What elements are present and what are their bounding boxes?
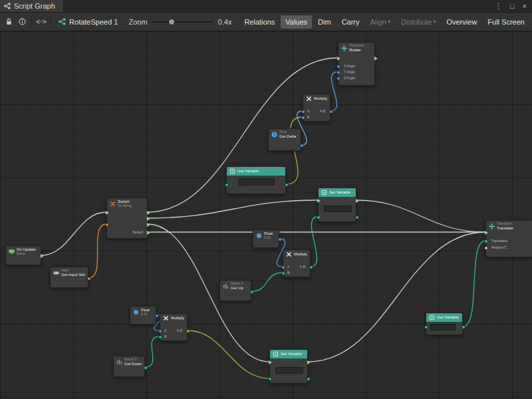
port-val[interactable] xyxy=(317,215,321,219)
port-b[interactable] xyxy=(158,335,162,339)
node-set-variable-top[interactable]: Set Variable xyxy=(318,188,356,222)
variable-name-field[interactable] xyxy=(430,324,456,331)
node-multiply-bottom[interactable]: MultiplyAA·BB xyxy=(160,313,188,341)
chevron-down-icon: ▾ xyxy=(388,19,390,25)
port-valout[interactable] xyxy=(307,377,311,381)
variable-name-field[interactable] xyxy=(275,367,303,374)
edge-set-variable-top.out-to-translate.in xyxy=(356,200,485,232)
port-valout[interactable] xyxy=(355,215,359,219)
port-out[interactable] xyxy=(278,237,282,241)
port-out[interactable] xyxy=(155,314,159,318)
node-switch[interactable]: SwitchOn StringDefault xyxy=(106,198,148,239)
window-tab[interactable]: Script Graph xyxy=(0,0,64,12)
variable-name-field[interactable] xyxy=(239,178,275,186)
node-translate[interactable]: TransformTranslateTranslationRelative T.… xyxy=(485,220,532,257)
node-float-bottom[interactable]: Float0.01 xyxy=(130,306,156,325)
node-delta-time[interactable]: TimeGet Delta Time xyxy=(268,128,301,151)
toolbar-button-carry[interactable]: Carry xyxy=(337,15,364,29)
port-val[interactable] xyxy=(268,377,272,381)
edge-on-update.out-to-switch.in xyxy=(41,212,106,255)
node-header: Float0.01 xyxy=(253,230,279,241)
port-val[interactable] xyxy=(105,223,109,227)
port-a[interactable] xyxy=(281,265,285,269)
port-in[interactable] xyxy=(106,211,109,215)
switch-icon xyxy=(110,201,116,207)
port-out[interactable] xyxy=(300,144,304,148)
node-title: Get Variable xyxy=(437,315,459,320)
node-get-up[interactable]: Vector 3Get Up xyxy=(219,280,251,301)
port-out[interactable] xyxy=(307,360,311,364)
port-objin[interactable] xyxy=(424,325,428,329)
node-title: Get Up xyxy=(231,286,243,291)
code-icon[interactable]: <·> xyxy=(35,15,47,29)
node-get-variable-top[interactable]: Get Variable xyxy=(226,166,286,194)
port-x[interactable] xyxy=(336,65,340,68)
port-objin[interactable] xyxy=(225,183,229,187)
graph-reference[interactable]: RotateSpeed 1 xyxy=(53,18,123,26)
node-multiply-top[interactable]: MultiplyAA·BB xyxy=(303,94,331,122)
port-trans[interactable] xyxy=(484,239,488,243)
port-in[interactable] xyxy=(317,199,321,203)
port-out[interactable] xyxy=(186,329,190,333)
node-multiply-mid[interactable]: MultiplyAA·BB xyxy=(283,249,311,277)
window-close-icon[interactable]: × xyxy=(523,3,527,10)
node-title: Get Down xyxy=(124,362,142,366)
variable-name-field[interactable] xyxy=(324,205,352,212)
node-get-input[interactable]: InputGet Input Strin... xyxy=(50,267,88,288)
port-out[interactable] xyxy=(374,57,378,61)
port-label: A xyxy=(164,329,166,332)
port-o1[interactable] xyxy=(147,211,150,215)
edge-get-input.out-to-switch.val xyxy=(88,224,106,278)
port-rel[interactable] xyxy=(484,246,488,250)
graph-canvas[interactable]: On UpdateEventInputGet Input Strin...Swi… xyxy=(0,31,532,399)
port-o2[interactable] xyxy=(147,217,150,221)
lock-icon[interactable] xyxy=(3,15,15,29)
port-in[interactable] xyxy=(337,57,340,61)
port-y[interactable] xyxy=(336,70,340,74)
port-out[interactable] xyxy=(309,265,313,269)
port-out[interactable] xyxy=(87,277,91,281)
node-get-down[interactable]: Vector 3Get Down xyxy=(113,356,145,377)
port-out[interactable] xyxy=(329,110,333,114)
port-odef[interactable] xyxy=(147,231,150,235)
port-b[interactable] xyxy=(281,271,285,275)
graph-name: RotateSpeed 1 xyxy=(69,18,118,26)
node-rotate[interactable]: TransformRotateX AngleY AngleZ Angle xyxy=(338,42,375,86)
info-icon[interactable] xyxy=(15,15,28,29)
port-a[interactable] xyxy=(301,110,305,114)
port-in[interactable] xyxy=(485,231,488,235)
toolbar-button-full-screen[interactable]: Full Screen xyxy=(483,15,529,29)
port-b[interactable] xyxy=(301,116,305,120)
toolbar-button-dim[interactable]: Dim xyxy=(313,15,336,29)
port-out[interactable] xyxy=(250,290,254,294)
port-out[interactable] xyxy=(462,325,466,329)
zoom-slider[interactable] xyxy=(152,21,213,23)
port-out[interactable] xyxy=(144,366,148,370)
port-in[interactable] xyxy=(269,360,272,364)
node-title: Rotate xyxy=(349,48,364,53)
port-z[interactable] xyxy=(336,76,340,80)
port-label: A·B xyxy=(177,329,182,332)
port-a[interactable] xyxy=(158,329,162,333)
port-out[interactable] xyxy=(41,254,44,258)
toolbar-button-align[interactable]: Align▾ xyxy=(366,15,395,29)
script-graph-icon xyxy=(4,3,11,9)
zoom-slider-handle[interactable] xyxy=(168,19,175,25)
node-header: Multiply xyxy=(283,250,310,259)
node-on-update[interactable]: On UpdateEvent xyxy=(5,245,41,265)
window-menu-icon[interactable]: ⋮ xyxy=(495,3,502,10)
port-o3[interactable] xyxy=(147,223,150,227)
node-float-mid[interactable]: Float0.01 xyxy=(253,229,279,248)
variable-icon xyxy=(229,168,235,174)
toolbar-button-relations[interactable]: Relations xyxy=(239,15,279,29)
zoom-control: Zoom 0.4x xyxy=(123,18,237,26)
toolbar-button-overview[interactable]: Overview xyxy=(442,15,482,29)
vector3-icon xyxy=(116,359,122,365)
port-out[interactable] xyxy=(285,183,289,187)
port-out[interactable] xyxy=(356,199,359,203)
node-set-variable-bottom[interactable]: Set Variable xyxy=(269,349,308,384)
window-maximize-icon[interactable]: □ xyxy=(510,3,515,10)
toolbar-button-distribute[interactable]: Distribute▾ xyxy=(396,15,440,29)
node-get-variable-right[interactable]: Get Variable xyxy=(426,313,463,335)
toolbar-button-values[interactable]: Values xyxy=(281,15,312,29)
